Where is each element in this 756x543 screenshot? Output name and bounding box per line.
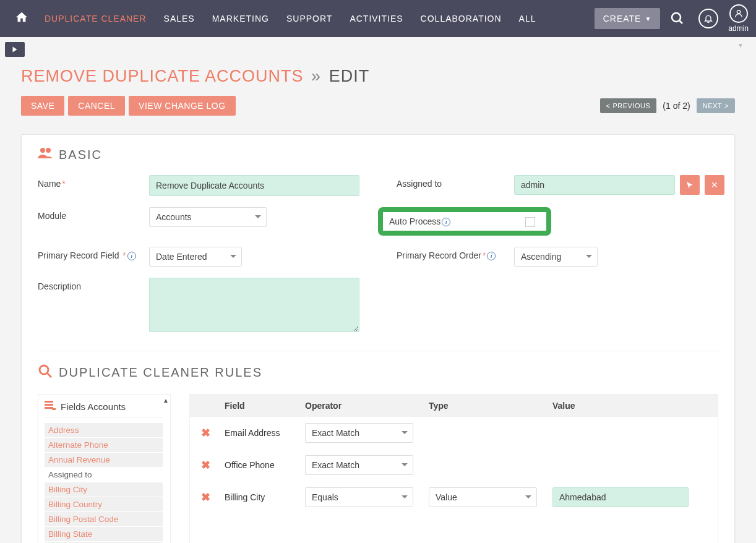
- view-change-log-button[interactable]: VIEW CHANGE LOG: [129, 96, 236, 116]
- svg-point-2: [737, 11, 740, 14]
- chevron-right-icon: >: [724, 102, 729, 109]
- name-label: Name*: [38, 175, 149, 189]
- delete-rule-icon[interactable]: ✖: [190, 426, 221, 440]
- nav-item-support[interactable]: SUPPORT: [278, 14, 341, 24]
- next-label: NEXT: [703, 102, 722, 109]
- primary-field-label: Primary Record Field *i: [38, 247, 149, 260]
- col-value: Value: [549, 401, 718, 411]
- search-icon[interactable]: [666, 7, 689, 30]
- rule-operator-select[interactable]: Exact Match: [305, 455, 413, 475]
- nav-item-all[interactable]: ALL: [510, 14, 545, 24]
- form-panel: BASIC Name* Assigned to ✕ Module Account…: [21, 134, 735, 543]
- home-icon[interactable]: [7, 11, 36, 27]
- field-list: AddressAlternate PhoneAnnual RevenueAssi…: [45, 423, 163, 543]
- svg-line-6: [47, 373, 51, 377]
- pager-text: (1 of 2): [663, 101, 690, 111]
- primary-order-select[interactable]: Ascending: [514, 247, 598, 267]
- rules-table: Field Operator Type Value ✖Email Address…: [189, 394, 718, 543]
- nav-item-collaboration[interactable]: COLLABORATION: [412, 14, 510, 24]
- title-sub: EDIT: [329, 67, 370, 85]
- field-item[interactable]: Address: [45, 423, 163, 437]
- description-textarea[interactable]: [149, 278, 359, 332]
- list-icon: [45, 401, 56, 413]
- field-item[interactable]: Annual Revenue: [45, 453, 163, 467]
- assigned-to-label: Assigned to: [397, 175, 514, 189]
- title-separator: »: [311, 67, 321, 85]
- cancel-button[interactable]: CANCEL: [68, 96, 125, 116]
- col-field: Field: [221, 401, 301, 411]
- info-icon[interactable]: i: [442, 218, 450, 226]
- title-main: REMOVE DUPLICATE ACCOUNTS: [21, 67, 304, 85]
- fields-panel: ▲ Fields Accounts AddressAlternate Phone…: [38, 394, 171, 543]
- rule-operator-select[interactable]: Equals: [305, 487, 413, 507]
- assigned-to-input[interactable]: [514, 175, 675, 195]
- rule-field-label: Email Address: [221, 428, 301, 438]
- info-icon[interactable]: i: [487, 252, 496, 260]
- delete-rule-icon[interactable]: ✖: [190, 458, 221, 472]
- create-label: CREATE: [603, 14, 642, 24]
- col-type: Type: [425, 401, 549, 411]
- previous-button[interactable]: < PREVIOUS: [600, 98, 657, 113]
- rule-row: ✖Email AddressExact Match: [190, 417, 718, 449]
- svg-rect-8: [45, 404, 53, 406]
- clear-user-button[interactable]: ✕: [705, 175, 724, 195]
- rule-value-input[interactable]: [552, 487, 689, 507]
- svg-rect-10: [52, 408, 56, 410]
- nav-item-marketing[interactable]: MARKETING: [204, 14, 278, 24]
- previous-label: PREVIOUS: [613, 102, 651, 109]
- rules-heading: DUPLICATE CLEANER RULES: [59, 366, 262, 380]
- field-item[interactable]: Assigned to: [45, 468, 163, 482]
- primary-order-label: Primary Record Order*i: [397, 247, 514, 260]
- svg-rect-7: [45, 401, 53, 403]
- caret-down-icon: ▼: [645, 15, 651, 22]
- auto-process-checkbox[interactable]: [525, 217, 535, 227]
- nav-item-activities[interactable]: ACTIVITIES: [341, 14, 411, 24]
- create-button[interactable]: CREATE ▼: [595, 8, 661, 29]
- description-label: Description: [38, 278, 149, 291]
- field-item[interactable]: Alternate Phone: [45, 438, 163, 452]
- rule-field-label: Billing City: [221, 492, 301, 502]
- save-button[interactable]: SAVE: [21, 96, 64, 116]
- rule-field-label: Office Phone: [221, 460, 301, 470]
- divider: [38, 351, 718, 351]
- primary-field-select[interactable]: Date Entered: [149, 247, 242, 267]
- page-title: REMOVE DUPLICATE ACCOUNTS » EDIT: [21, 67, 735, 86]
- info-icon[interactable]: i: [127, 252, 136, 260]
- delete-rule-icon[interactable]: ✖: [190, 490, 221, 504]
- search-icon: [38, 364, 53, 382]
- quicknav-strip: [0, 37, 756, 57]
- quicknav-button[interactable]: [5, 42, 25, 57]
- field-item[interactable]: Billing State: [45, 527, 163, 541]
- user-label: admin: [728, 24, 749, 33]
- chevron-down-icon[interactable]: ▼: [737, 42, 744, 49]
- svg-point-0: [672, 13, 681, 22]
- module-select[interactable]: Accounts: [149, 207, 267, 227]
- notifications-icon[interactable]: [695, 5, 722, 32]
- field-item[interactable]: Billing Postal Code: [45, 512, 163, 526]
- svg-line-1: [679, 20, 682, 24]
- field-item[interactable]: Billing Country: [45, 497, 163, 511]
- rules-section-title: DUPLICATE CLEANER RULES: [38, 364, 718, 382]
- user-menu[interactable]: admin: [728, 4, 749, 33]
- people-icon: [38, 147, 53, 163]
- pick-user-button[interactable]: [680, 175, 700, 195]
- action-row: SAVE CANCEL VIEW CHANGE LOG < PREVIOUS (…: [21, 96, 735, 116]
- fields-panel-header: Fields Accounts: [45, 401, 163, 418]
- chevron-left-icon: <: [606, 102, 611, 109]
- svg-point-5: [40, 366, 48, 374]
- next-button[interactable]: NEXT >: [697, 98, 735, 113]
- svg-rect-9: [45, 407, 53, 409]
- rule-row: ✖Office PhoneExact Match: [190, 449, 718, 481]
- field-item[interactable]: Billing City: [45, 482, 163, 497]
- scroll-up-icon[interactable]: ▲: [163, 397, 169, 404]
- col-operator: Operator: [301, 401, 425, 411]
- name-input[interactable]: [149, 175, 359, 196]
- rule-type-select[interactable]: Value: [429, 487, 537, 507]
- basic-heading: BASIC: [59, 148, 102, 162]
- auto-process-label: Auto Processi: [389, 216, 450, 226]
- svg-point-4: [46, 148, 51, 153]
- svg-point-3: [40, 148, 45, 153]
- nav-item-sales[interactable]: SALES: [155, 14, 204, 24]
- nav-item-duplicate-cleaner[interactable]: DUPLICATE CLEANER: [36, 14, 155, 24]
- rule-operator-select[interactable]: Exact Match: [305, 423, 413, 443]
